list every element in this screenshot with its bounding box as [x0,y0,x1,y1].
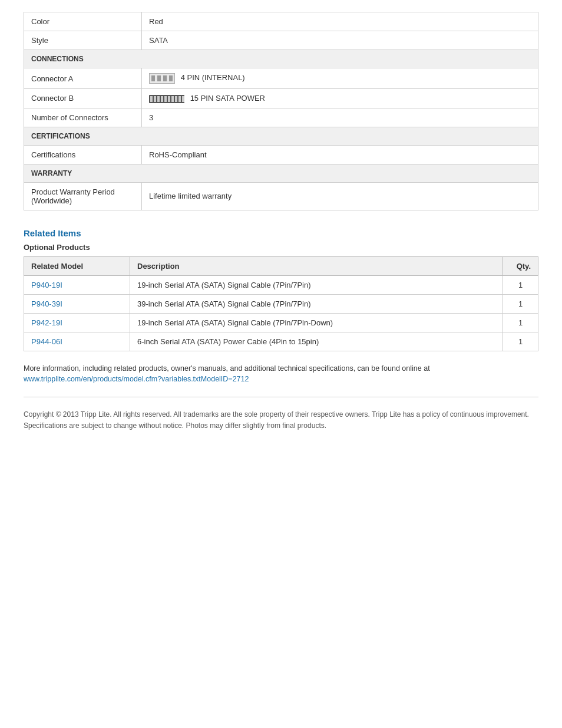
section-header-warranty: WARRANTY [24,164,538,182]
related-model-cell: P944-06I [24,332,130,351]
table-row: Connector B 15 PIN SATA POWER [24,89,538,108]
related-model-cell: P942-19I [24,313,130,332]
qty-cell: 1 [503,332,538,351]
table-row: Product Warranty Period(Worldwide) Lifet… [24,182,538,210]
related-items-table: Related Model Description Qty. P940-19I … [24,256,538,351]
col-header-qty: Qty. [503,256,538,275]
related-items-title: Related Items [24,228,538,238]
model-link[interactable]: P942-19I [31,318,62,327]
table-row: Number of Connectors 3 [24,108,538,127]
table-row: P940-39I 39-inch Serial ATA (SATA) Signa… [24,294,538,313]
description-cell: 39-inch Serial ATA (SATA) Signal Cable (… [130,294,503,313]
related-model-cell: P940-19I [24,275,130,294]
copyright-text: Copyright © 2013 Tripp Lite. All rights … [24,409,538,431]
qty-cell: 1 [503,275,538,294]
specs-table: Color Red Style SATA CONNECTIONS Connect… [24,12,538,210]
table-row: Certifications RoHS-Compliant [24,145,538,164]
col-header-model: Related Model [24,256,130,275]
section-label: CONNECTIONS [24,50,538,68]
spec-label: Certifications [24,145,142,164]
table-row: Color Red [24,12,538,31]
4pin-connector-icon [149,73,175,84]
spec-value: 15 PIN SATA POWER [142,89,538,108]
section-divider [24,397,538,397]
section-header-connections: CONNECTIONS [24,50,538,68]
spec-value: RoHS-Compliant [142,145,538,164]
optional-products-label: Optional Products [24,243,538,252]
related-model-cell: P940-39I [24,294,130,313]
table-row: P942-19I 19-inch Serial ATA (SATA) Signa… [24,313,538,332]
related-items-section: Related Items Optional Products Related … [24,228,538,351]
section-label: CERTIFICATIONS [24,127,538,145]
spec-label: Connector A [24,68,142,89]
spec-value: 4 PIN (INTERNAL) [142,68,538,89]
spec-label: Connector B [24,89,142,108]
spec-value: 3 [142,108,538,127]
col-header-description: Description [130,256,503,275]
table-row: Style SATA [24,31,538,50]
table-row: P944-06I 6-inch Serial ATA (SATA) Power … [24,332,538,351]
spec-label: Product Warranty Period(Worldwide) [24,182,142,210]
description-cell: 6-inch Serial ATA (SATA) Power Cable (4P… [130,332,503,351]
model-link[interactable]: P940-19I [31,281,62,289]
spec-label: Style [24,31,142,50]
qty-cell: 1 [503,313,538,332]
connector-b-text: 15 PIN SATA POWER [190,94,265,103]
table-header-row: Related Model Description Qty. [24,256,538,275]
section-header-certifications: CERTIFICATIONS [24,127,538,145]
connector-a-text: 4 PIN (INTERNAL) [181,73,245,82]
table-row: P940-19I 19-inch Serial ATA (SATA) Signa… [24,275,538,294]
model-link[interactable]: P940-39I [31,299,62,308]
spec-value: SATA [142,31,538,50]
qty-cell: 1 [503,294,538,313]
more-info-text: More information, including related prod… [24,363,538,386]
spec-value: Lifetime limited warranty [142,182,538,210]
product-link[interactable]: www.tripplite.com/en/products/model.cfm?… [24,375,249,383]
description-cell: 19-inch Serial ATA (SATA) Signal Cable (… [130,313,503,332]
table-row: Connector A 4 PIN (INTERNAL) [24,68,538,89]
section-label: WARRANTY [24,164,538,182]
spec-value: Red [142,12,538,31]
model-link[interactable]: P944-06I [31,337,62,346]
description-cell: 19-inch Serial ATA (SATA) Signal Cable (… [130,275,503,294]
15pin-connector-icon [149,95,184,103]
spec-label: Color [24,12,142,31]
spec-label: Number of Connectors [24,108,142,127]
